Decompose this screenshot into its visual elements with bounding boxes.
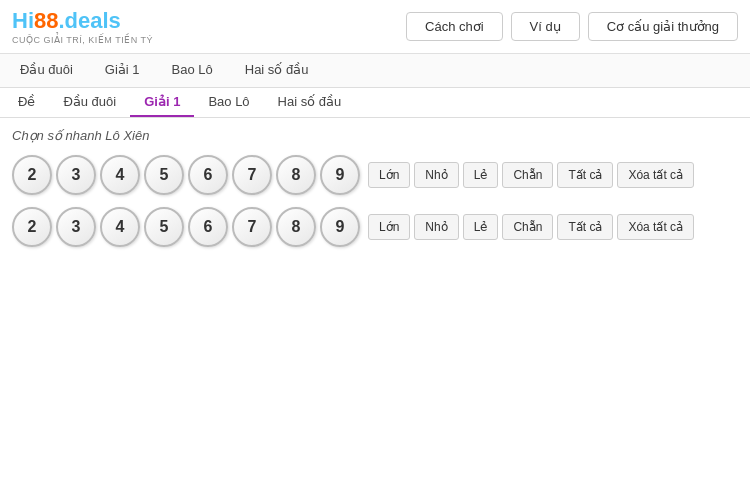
number-row-1: 2 3 4 5 6 7 8 9 Lớn Nhỏ Lẻ Chẵn Tất cả X… <box>0 151 750 203</box>
content-area: Chọn số nhanh Lô Xiên 2 3 4 5 6 7 8 9 Lớ… <box>0 118 750 275</box>
tab-1-bao-lo[interactable]: Bao Lô <box>156 54 229 87</box>
action-buttons-row2: Lớn Nhỏ Lẻ Chẵn Tất cả Xóa tất cả <box>368 214 694 240</box>
logo-88: 88 <box>34 8 58 33</box>
tab-2-bao-lo[interactable]: Bao Lô <box>194 88 263 117</box>
logo-sub: Cuộc giải trí, kiếm tiền tý <box>12 35 153 45</box>
num-ball-row2-2[interactable]: 2 <box>12 207 52 247</box>
num-ball-row1-9[interactable]: 9 <box>320 155 360 195</box>
num-ball-row1-5[interactable]: 5 <box>144 155 184 195</box>
num-ball-row2-9[interactable]: 9 <box>320 207 360 247</box>
num-ball-row1-7[interactable]: 7 <box>232 155 272 195</box>
number-row-2: 2 3 4 5 6 7 8 9 Lớn Nhỏ Lẻ Chẵn Tất cả X… <box>0 203 750 255</box>
tab-2-dau-duoi[interactable]: Đầu đuôi <box>49 88 130 117</box>
nav-tabs-row-2: Đề Đầu đuôi Giải 1 Bao Lô Hai số đầu <box>0 88 750 118</box>
header: Hi88.deals Cuộc giải trí, kiếm tiền tý C… <box>0 0 750 54</box>
nav-tabs-row-1: Đầu đuôi Giải 1 Bao Lô Hai số đầu <box>0 54 750 88</box>
btn-row1-xoa-tat-ca[interactable]: Xóa tất cả <box>617 162 694 188</box>
num-ball-row2-3[interactable]: 3 <box>56 207 96 247</box>
num-ball-row2-6[interactable]: 6 <box>188 207 228 247</box>
logo-area: Hi88.deals Cuộc giải trí, kiếm tiền tý <box>12 8 153 45</box>
prize-structure-button[interactable]: Cơ cấu giải thưởng <box>588 12 738 41</box>
tab-2-de[interactable]: Đề <box>4 88 49 117</box>
logo-deals: .deals <box>58 8 120 33</box>
btn-row2-xoa-tat-ca[interactable]: Xóa tất cả <box>617 214 694 240</box>
header-buttons: Cách chơi Ví dụ Cơ cấu giải thưởng <box>406 12 738 41</box>
btn-row1-nho[interactable]: Nhỏ <box>414 162 458 188</box>
logo-hi: Hi <box>12 8 34 33</box>
num-ball-row1-6[interactable]: 6 <box>188 155 228 195</box>
btn-row2-lon[interactable]: Lớn <box>368 214 410 240</box>
num-ball-row1-8[interactable]: 8 <box>276 155 316 195</box>
btn-row1-le[interactable]: Lẻ <box>463 162 499 188</box>
btn-row1-chan[interactable]: Chẵn <box>502 162 553 188</box>
btn-row1-tat-ca[interactable]: Tất cả <box>557 162 613 188</box>
num-ball-row1-2[interactable]: 2 <box>12 155 52 195</box>
logo: Hi88.deals <box>12 8 153 34</box>
quick-pick-label: Chọn số nhanh Lô Xiên <box>0 118 750 151</box>
num-ball-row2-4[interactable]: 4 <box>100 207 140 247</box>
action-buttons-row1: Lớn Nhỏ Lẻ Chẵn Tất cả Xóa tất cả <box>368 162 694 188</box>
num-ball-row1-4[interactable]: 4 <box>100 155 140 195</box>
tab-2-giai-1[interactable]: Giải 1 <box>130 88 194 117</box>
tab-1-dau-duoi[interactable]: Đầu đuôi <box>4 54 89 87</box>
num-ball-row2-8[interactable]: 8 <box>276 207 316 247</box>
how-to-play-button[interactable]: Cách chơi <box>406 12 503 41</box>
btn-row2-le[interactable]: Lẻ <box>463 214 499 240</box>
btn-row1-lon[interactable]: Lớn <box>368 162 410 188</box>
btn-row2-nho[interactable]: Nhỏ <box>414 214 458 240</box>
tab-1-hai-so-dau[interactable]: Hai số đầu <box>229 54 325 87</box>
example-button[interactable]: Ví dụ <box>511 12 580 41</box>
tab-2-hai-so-dau[interactable]: Hai số đầu <box>264 88 356 117</box>
btn-row2-chan[interactable]: Chẵn <box>502 214 553 240</box>
num-ball-row2-5[interactable]: 5 <box>144 207 184 247</box>
num-ball-row2-7[interactable]: 7 <box>232 207 272 247</box>
tab-1-giai-1[interactable]: Giải 1 <box>89 54 156 87</box>
btn-row2-tat-ca[interactable]: Tất cả <box>557 214 613 240</box>
num-ball-row1-3[interactable]: 3 <box>56 155 96 195</box>
